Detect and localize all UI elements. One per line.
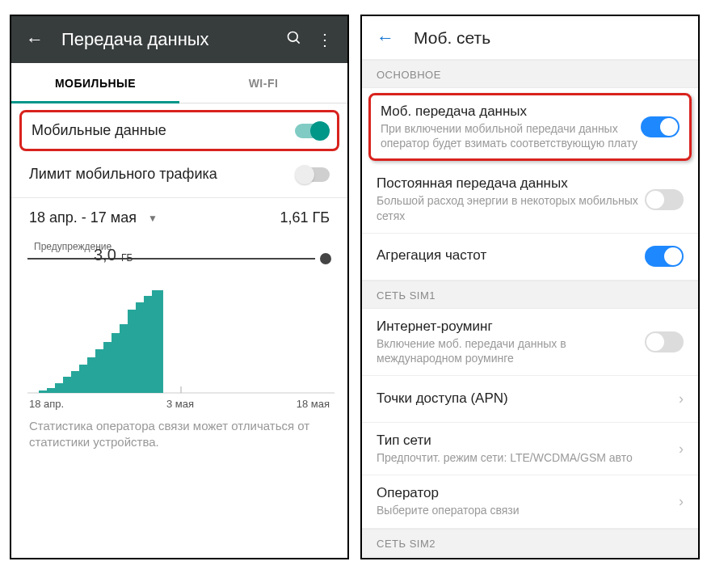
highlight-mobile-data-row: Мобильные данные bbox=[19, 110, 339, 151]
apn-title: Точки доступа (APN) bbox=[377, 390, 672, 407]
chart-x-axis: 18 апр. 3 мая 18 мая bbox=[27, 395, 331, 418]
screenshot-right: ← Моб. сеть ОСНОВНОЕ Моб. передача данны… bbox=[360, 15, 700, 559]
highlight-mobile-data-row: Моб. передача данных При включении мобил… bbox=[368, 93, 692, 161]
tab-wifi[interactable]: WI-FI bbox=[179, 63, 347, 103]
traffic-limit-toggle[interactable] bbox=[297, 167, 330, 182]
traffic-limit-label: Лимит мобильного трафика bbox=[29, 166, 297, 183]
x-tick-mid: 3 мая bbox=[166, 398, 194, 410]
overflow-menu-icon[interactable]: ⋮ bbox=[317, 30, 333, 49]
date-range-row[interactable]: 18 апр. - 17 мая ▼ 1,61 ГБ bbox=[11, 198, 347, 239]
roaming-title: Интернет-роуминг bbox=[377, 319, 645, 335]
x-tick-start: 18 апр. bbox=[29, 398, 64, 410]
warning-unit: ГБ bbox=[121, 252, 133, 264]
network-type-row[interactable]: Тип сети Предпочтит. режим сети: LTE/WCD… bbox=[362, 423, 698, 475]
usage-chart: Предупреждение 3,0 ГБ 18 апр. 3 мая 18 м… bbox=[11, 239, 347, 418]
svg-point-0 bbox=[288, 32, 298, 41]
roaming-toggle[interactable] bbox=[645, 331, 684, 352]
persistent-data-subtitle: Большой расход энергии в некоторых мобил… bbox=[377, 193, 645, 222]
operator-row[interactable]: Оператор Выберите оператора связи › bbox=[362, 475, 698, 528]
tabs: МОБИЛЬНЫЕ WI-FI bbox=[11, 63, 347, 103]
section-header-sim2: СЕТЬ SIM2 bbox=[362, 529, 698, 557]
usage-area-chart bbox=[27, 265, 335, 395]
persistent-data-row[interactable]: Постоянная передача данных Большой расхо… bbox=[362, 166, 698, 233]
mobile-data-toggle[interactable] bbox=[641, 116, 680, 137]
svg-line-1 bbox=[297, 40, 300, 43]
stats-disclaimer: Статистика оператора связи может отличат… bbox=[11, 418, 347, 451]
page-title: Передача данных bbox=[61, 29, 286, 50]
search-icon[interactable] bbox=[286, 30, 302, 50]
chevron-right-icon: › bbox=[679, 390, 684, 407]
warning-slider-track bbox=[27, 258, 315, 260]
network-type-title: Тип сети bbox=[377, 433, 672, 449]
operator-title: Оператор bbox=[377, 485, 672, 501]
roaming-row[interactable]: Интернет-роуминг Включение моб. передачи… bbox=[362, 309, 698, 376]
apn-row[interactable]: Точки доступа (APN) › bbox=[362, 376, 698, 423]
network-type-subtitle: Предпочтит. режим сети: LTE/WCDMA/GSM ав… bbox=[377, 450, 672, 465]
warning-threshold-slider[interactable]: Предупреждение 3,0 ГБ bbox=[27, 239, 331, 264]
mobile-data-subtitle: При включении мобильной передачи данных … bbox=[381, 121, 641, 150]
mobile-data-title: Моб. передача данных bbox=[381, 103, 641, 120]
persistent-data-toggle[interactable] bbox=[645, 189, 684, 210]
back-arrow-icon[interactable]: ← bbox=[377, 27, 394, 49]
carrier-aggregation-title: Агрегация частот bbox=[377, 247, 645, 264]
date-range-label: 18 апр. - 17 мая bbox=[29, 209, 137, 226]
tab-mobile[interactable]: МОБИЛЬНЫЕ bbox=[11, 63, 179, 103]
mobile-data-label: Мобильные данные bbox=[32, 122, 295, 139]
back-arrow-icon[interactable]: ← bbox=[26, 29, 44, 50]
data-usage-total: 1,61 ГБ bbox=[280, 209, 330, 226]
page-title: Моб. сеть bbox=[414, 28, 490, 48]
mobile-data-toggle[interactable] bbox=[295, 124, 327, 138]
chevron-right-icon: › bbox=[679, 441, 684, 458]
app-bar: ← Передача данных ⋮ bbox=[11, 16, 347, 63]
carrier-aggregation-toggle[interactable] bbox=[645, 246, 684, 267]
warning-value: 3,0 bbox=[94, 246, 116, 264]
warning-slider-knob[interactable] bbox=[320, 253, 331, 264]
chevron-right-icon: › bbox=[679, 493, 684, 510]
section-header-sim1: СЕТЬ SIM1 bbox=[362, 281, 698, 309]
app-bar: ← Моб. сеть bbox=[362, 16, 698, 60]
carrier-aggregation-row[interactable]: Агрегация частот bbox=[362, 234, 698, 281]
roaming-subtitle: Включение моб. передачи данных в междуна… bbox=[377, 336, 645, 365]
traffic-limit-row[interactable]: Лимит мобильного трафика bbox=[11, 151, 347, 198]
section-header-main: ОСНОВНОЕ bbox=[362, 60, 698, 88]
x-tick-end: 18 мая bbox=[297, 398, 330, 410]
persistent-data-title: Постоянная передача данных bbox=[377, 175, 645, 192]
dropdown-caret-icon: ▼ bbox=[148, 213, 158, 224]
operator-subtitle: Выберите оператора связи bbox=[377, 503, 672, 517]
screenshot-left: ← Передача данных ⋮ МОБИЛЬНЫЕ WI-FI Моби… bbox=[10, 15, 349, 559]
